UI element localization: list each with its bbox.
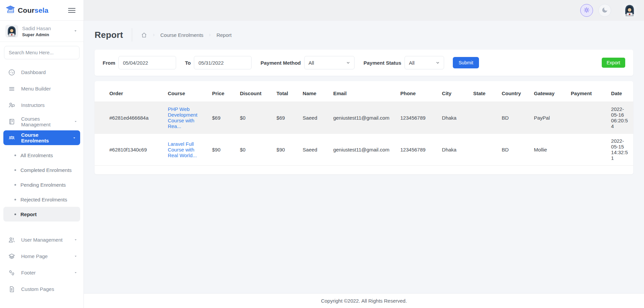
user-avatar xyxy=(5,25,18,38)
to-date-input[interactable] xyxy=(194,56,252,69)
cell-order: #6281ed466684a xyxy=(95,102,164,134)
sidebar-item-menu-builder[interactable]: Menu Builder xyxy=(0,80,84,97)
enrolments-submenu: All Enrolments Completed Enrolments Pend… xyxy=(0,146,84,222)
cell-payment xyxy=(567,102,607,134)
chevron-down-icon xyxy=(346,60,350,66)
table-row: #62810f1340c69 Laravel Full Course with … xyxy=(95,134,633,166)
chevron-down-icon xyxy=(74,253,77,259)
topbar xyxy=(84,0,644,21)
profile-avatar[interactable] xyxy=(623,3,637,17)
home-icon[interactable] xyxy=(141,32,147,38)
col-email: Email xyxy=(329,84,396,102)
from-date-input[interactable] xyxy=(118,56,176,69)
sidebar-nav: Dashboard Menu Builder Instructors xyxy=(0,63,84,297)
cell-phone: 123456789 xyxy=(396,102,438,134)
cell-country: BD xyxy=(498,102,530,134)
payment-status-label: Payment Status xyxy=(364,60,401,66)
filter-bar: From To Payment Method All Payment Statu… xyxy=(95,50,633,76)
brand-name: Coursela xyxy=(18,6,48,14)
cell-name: Saeed xyxy=(299,134,329,166)
cell-discount: $0 xyxy=(236,102,272,134)
sidebar-item-courses-management[interactable]: Courses Management xyxy=(0,113,84,130)
page-title: Report xyxy=(95,30,123,40)
submenu-item-completed-enrolments[interactable]: Completed Enrolments xyxy=(0,163,84,177)
cell-state xyxy=(469,134,498,166)
col-payment: Payment xyxy=(567,84,607,102)
search-input[interactable] xyxy=(4,46,79,59)
cell-price: $69 xyxy=(208,102,236,134)
course-link[interactable]: Laravel Full Course with Real World... xyxy=(168,141,197,158)
bullet-icon xyxy=(14,155,16,156)
submenu-item-all-enrolments[interactable]: All Enrolments xyxy=(0,148,84,163)
submit-button[interactable]: Submit xyxy=(453,57,479,68)
col-date: Date xyxy=(607,84,633,102)
cell-order: #62810f1340c69 xyxy=(95,134,164,166)
page-content: Report Course Enrolments Repo xyxy=(84,21,644,293)
sidebar-item-dashboard[interactable]: Dashboard xyxy=(0,64,84,80)
brand-icon xyxy=(5,5,15,16)
settings-button[interactable] xyxy=(580,4,593,17)
breadcrumb-current: Report xyxy=(216,32,231,38)
col-price: Price xyxy=(208,84,236,102)
payment-status-select[interactable]: All xyxy=(405,56,444,69)
col-city: City xyxy=(438,84,469,102)
chevron-down-icon xyxy=(436,60,440,66)
divider xyxy=(132,28,132,42)
cell-name: Saeed xyxy=(299,102,329,134)
moon-icon xyxy=(601,7,608,14)
dark-mode-button[interactable] xyxy=(598,4,611,17)
layers-icon xyxy=(8,253,15,260)
sidebar: Coursela Sadid Hasan Super Admin xyxy=(0,0,84,308)
instructors-icon xyxy=(8,102,15,109)
bullet-icon xyxy=(14,184,16,186)
cell-city: Dhaka xyxy=(438,134,469,166)
col-country: Country xyxy=(498,84,530,102)
cell-state xyxy=(469,102,498,134)
copyright-text: Copyright ©2022. All Rights Reserved. xyxy=(321,298,407,304)
to-label: To xyxy=(185,60,191,66)
cell-gateway: PayPal xyxy=(530,102,567,134)
sidebar-item-instructors[interactable]: Instructors xyxy=(0,97,84,113)
course-link[interactable]: PHP Web Development Course with Rea... xyxy=(168,106,197,129)
gear-icon xyxy=(583,7,590,14)
breadcrumb-course-enrolments[interactable]: Course Enrolments xyxy=(160,32,203,38)
cell-date: 2022-05-16 06:20:54 xyxy=(607,102,633,134)
sidebar-search xyxy=(0,42,84,63)
col-course: Course xyxy=(164,84,208,102)
chevron-down-icon xyxy=(73,28,77,34)
cell-total: $69 xyxy=(272,102,299,134)
cell-discount: $0 xyxy=(236,134,272,166)
chevron-down-icon xyxy=(74,119,77,124)
col-order: Order xyxy=(95,84,164,102)
sidebar-item-custom-pages[interactable]: Custom Pages xyxy=(0,281,84,297)
chevron-down-icon xyxy=(74,237,77,243)
submenu-item-pending-enrolments[interactable]: Pending Enrolments xyxy=(0,177,84,192)
cell-phone: 123456789 xyxy=(396,134,438,166)
page-header: Report Course Enrolments Repo xyxy=(95,28,633,42)
sidebar-item-home-page[interactable]: Home Page xyxy=(0,248,84,264)
sidebar-toggle-icon[interactable] xyxy=(67,7,77,14)
sidebar-item-course-enrolments[interactable]: Course Enrolments xyxy=(3,130,80,145)
cell-gateway: Mollie xyxy=(530,134,567,166)
table-header-row: Order Course Price Discount Total Name E… xyxy=(95,84,633,102)
footprints-icon xyxy=(8,269,15,276)
document-icon xyxy=(8,286,15,293)
main-area: Report Course Enrolments Repo xyxy=(84,0,644,308)
menu-builder-icon xyxy=(8,85,15,93)
col-discount: Discount xyxy=(236,84,272,102)
cell-course: PHP Web Development Course with Rea... xyxy=(164,102,208,134)
user-menu[interactable]: Sadid Hasan Super Admin xyxy=(0,21,84,42)
bullet-icon xyxy=(14,169,16,171)
export-button[interactable]: Export xyxy=(602,58,625,68)
sidebar-item-footer[interactable]: Footer xyxy=(0,264,84,281)
users-icon xyxy=(8,236,15,244)
submenu-item-report[interactable]: Report xyxy=(3,207,80,222)
page-footer: Copyright ©2022. All Rights Reserved. xyxy=(84,293,644,308)
sidebar-item-user-management[interactable]: User Management xyxy=(0,232,84,248)
payment-method-select[interactable]: All xyxy=(304,56,355,69)
submenu-item-rejected-enrolments[interactable]: Rejected Enrolments xyxy=(0,192,84,207)
chevron-right-icon xyxy=(208,33,212,37)
brand-logo[interactable]: Coursela xyxy=(5,5,48,16)
user-role: Super Admin xyxy=(22,32,51,37)
col-state: State xyxy=(469,84,498,102)
